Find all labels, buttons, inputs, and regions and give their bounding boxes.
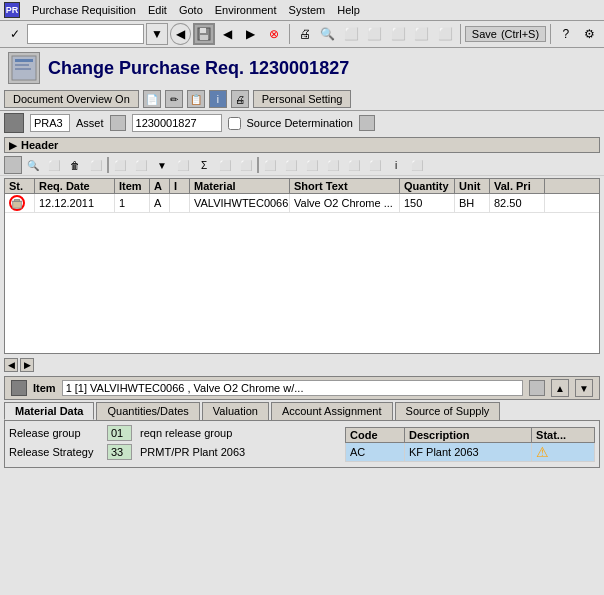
action-icon-1[interactable]: 📄 [143,90,161,108]
cell-val-pri: 82.50 [490,194,545,212]
item-header: Item ▲ ▼ [4,376,600,400]
inner-btn-18[interactable]: ⬜ [407,156,427,174]
menu-bar: PR Purchase Requisition Edit Goto Enviro… [0,0,604,21]
svg-rect-2 [200,35,208,40]
save-button[interactable]: Save (Ctrl+S) [465,26,546,42]
svg-rect-1 [200,28,206,33]
doc-number-input[interactable] [132,114,222,132]
menu-purchase-requisition[interactable]: Purchase Requisition [32,4,136,16]
menu-edit[interactable]: Edit [148,4,167,16]
inner-btn-9[interactable]: ⬜ [215,156,235,174]
inner-btn-17[interactable]: i [386,156,406,174]
release-strategy-text: PRMT/PR Plant 2063 [140,446,245,458]
source-det-checkbox[interactable] [228,117,241,130]
tab-material-data[interactable]: Material Data [4,402,94,420]
source-icon [359,115,375,131]
nav-next[interactable]: ▶ [240,23,261,45]
app-icon: PR [4,2,20,18]
inner-btn-15[interactable]: ⬜ [344,156,364,174]
stop-btn[interactable]: ⊗ [263,23,284,45]
btn4[interactable]: ⬜ [364,23,385,45]
page-title: Change Purchase Req. 1230001827 [48,58,349,79]
tab-account-assignment[interactable]: Account Assignment [271,402,393,420]
scroll-left[interactable]: ◀ [4,358,18,372]
menu-system[interactable]: System [289,4,326,16]
scroll-right[interactable]: ▶ [20,358,34,372]
dropdown-btn[interactable]: ▼ [146,23,167,45]
cell-unit: BH [455,194,490,212]
print-btn[interactable]: 🖨 [294,23,315,45]
inner-btn-12[interactable]: ⬜ [281,156,301,174]
col-st: St. [5,179,35,193]
col-material: Material [190,179,290,193]
title-bar: Change Purchase Req. 1230001827 [0,48,604,88]
inner-icon-1 [4,156,22,174]
help-btn[interactable]: ? [555,23,576,45]
inner-btn-sep1 [107,157,109,173]
action-icon-5[interactable]: 🖨 [231,90,249,108]
bottom-form: Release group 01 reqn release group Rele… [4,421,600,468]
item-value-input[interactable] [62,380,523,396]
inner-btn-search[interactable]: 🔍 [23,156,43,174]
table-header: St. Req. Date Item A I Material Short Te… [5,179,599,194]
inner-toolbar: 🔍 ⬜ 🗑 ⬜ ⬜ ⬜ ▼ ⬜ Σ ⬜ ⬜ ⬜ ⬜ ⬜ ⬜ ⬜ ⬜ i ⬜ [0,155,604,176]
btn6[interactable]: ⬜ [411,23,432,45]
action-icon-2[interactable]: ✏ [165,90,183,108]
find-btn[interactable]: 🔍 [317,23,338,45]
cell-item: 1 [115,194,150,212]
type-label: Asset [76,117,104,129]
inner-btn-3[interactable]: ⬜ [86,156,106,174]
inner-btn-1[interactable]: ⬜ [44,156,64,174]
item-nav-down[interactable]: ▼ [575,379,593,397]
table-row[interactable]: AC KF Plant 2063 ⚠ [346,443,595,462]
inner-btn-2[interactable]: 🗑 [65,156,85,174]
action-icon-3[interactable]: 📋 [187,90,205,108]
action-bar: Document Overview On 📄 ✏ 📋 i 🖨 Personal … [0,88,604,111]
item-header-label: Item [33,382,56,394]
menu-goto[interactable]: Goto [179,4,203,16]
save-label: Save [472,28,497,40]
release-code: AC [346,443,405,462]
tab-source-supply[interactable]: Source of Supply [395,402,501,420]
header-section[interactable]: ▶ Header [4,137,600,153]
menu-environment[interactable]: Environment [215,4,277,16]
nav-prev[interactable]: ◀ [217,23,238,45]
col-unit: Unit [455,179,490,193]
input-field[interactable] [27,24,144,44]
inner-btn-10[interactable]: ⬜ [236,156,256,174]
btn3[interactable]: ⬜ [341,23,362,45]
item-nav-up[interactable]: ▲ [551,379,569,397]
inner-btn-8[interactable]: Σ [194,156,214,174]
inner-btn-14[interactable]: ⬜ [323,156,343,174]
table-row[interactable]: 12.12.2011 1 A VALVIHWTEC0066 Valve O2 C… [5,194,599,213]
btn5[interactable]: ⬜ [388,23,409,45]
col-short-text: Short Text [290,179,400,193]
inner-btn-6[interactable]: ▼ [152,156,172,174]
nav-left[interactable]: ◀ [170,23,191,45]
inner-btn-4[interactable]: ⬜ [110,156,130,174]
inner-btn-11[interactable]: ⬜ [260,156,280,174]
type-code-input[interactable] [30,114,70,132]
header-label: Header [21,139,58,151]
inner-btn-sep2 [257,157,259,173]
inner-btn-5[interactable]: ⬜ [131,156,151,174]
inner-btn-7[interactable]: ⬜ [173,156,193,174]
customize-btn[interactable]: ⚙ [579,23,600,45]
source-det-label: Source Determination [247,117,353,129]
toolbar: ✓ ▼ ◀ ◀ ▶ ⊗ 🖨 🔍 ⬜ ⬜ ⬜ ⬜ ⬜ Save (Ctrl+S) … [0,21,604,48]
header-expand-icon: ▶ [9,140,17,151]
inner-btn-13[interactable]: ⬜ [302,156,322,174]
svg-rect-6 [15,68,31,70]
inner-btn-16[interactable]: ⬜ [365,156,385,174]
doc-overview-btn[interactable]: Document Overview On [4,90,139,108]
btn7[interactable]: ⬜ [434,23,455,45]
delete-icon[interactable] [9,195,25,211]
menu-help[interactable]: Help [337,4,360,16]
col-item: Item [115,179,150,193]
save-icon[interactable] [193,23,215,45]
personal-setting-btn[interactable]: Personal Setting [253,90,352,108]
tab-quantities-dates[interactable]: Quantities/Dates [96,402,199,420]
back-button[interactable]: ✓ [4,23,25,45]
tab-valuation[interactable]: Valuation [202,402,269,420]
action-icon-4[interactable]: i [209,90,227,108]
